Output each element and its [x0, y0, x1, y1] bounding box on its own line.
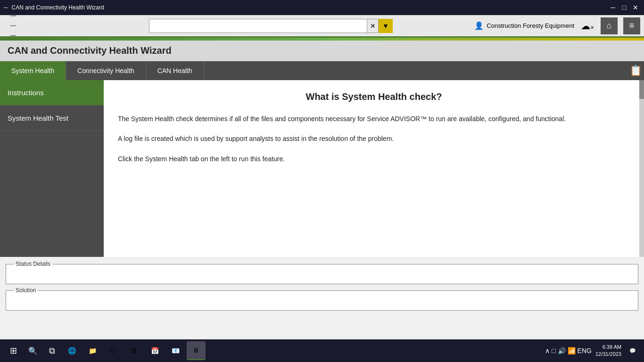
app-icon: ─: [4, 4, 8, 11]
task-view-icon: ⧉: [49, 346, 55, 356]
user-info: 👤 Construction Foresty Equipment: [474, 21, 574, 30]
toolbar-right: 👤 Construction Foresty Equipment ☁✕ ⌂ ≡: [396, 17, 640, 34]
content-para-2: A log file is created which is used by s…: [118, 133, 630, 144]
status-details-label: Status Details: [14, 261, 52, 267]
system-tray-icons: ∧ □ 🔊 📶 ENG: [545, 347, 592, 354]
tab-system-health[interactable]: System Health: [0, 61, 66, 80]
taskbar-time[interactable]: 6:38 AM 12/31/2023: [595, 344, 621, 358]
home-button[interactable]: ⌂: [601, 17, 618, 34]
tab-connectivity-health[interactable]: Connectivity Health: [66, 61, 146, 80]
cloud-button[interactable]: ☁✕: [580, 18, 595, 33]
taskbar-search-icon: 🔍: [28, 346, 38, 355]
page-title: CAN and Connectivity Health Wizard: [0, 41, 644, 61]
menu-button[interactable]: ≡: [623, 17, 640, 34]
sidebar-item-system-health-test[interactable]: System Health Test: [0, 106, 104, 131]
taskbar-app-edge[interactable]: 🌐: [62, 341, 81, 360]
user-label: Construction Foresty Equipment: [487, 22, 574, 29]
title-bar-left: ─ CAN and Connectivity Health Wizard: [4, 4, 104, 11]
taskbar-right: ∧ □ 🔊 📶 ENG 6:38 AM 12/31/2023 💬: [545, 343, 640, 358]
mail-icon: 📧: [172, 347, 180, 354]
search-input[interactable]: [149, 19, 367, 33]
edge-icon: 🌐: [68, 347, 76, 354]
explorer-icon: 📁: [89, 347, 97, 354]
notification-icon: 💬: [629, 348, 636, 354]
title-bar-title: CAN and Connectivity Health Wizard: [12, 4, 104, 11]
tab-document-icon: 📋: [627, 62, 644, 79]
solution-label: Solution: [14, 287, 38, 294]
shield-icon: 🛡: [110, 347, 116, 354]
task-view-button[interactable]: ⧉: [43, 342, 60, 359]
search-clear-button[interactable]: ✕: [367, 19, 379, 33]
toolbar-left: ───: [4, 11, 23, 41]
taskbar-date: 12/31/2023: [595, 351, 621, 358]
tray-wifi-icon[interactable]: 📶: [568, 347, 576, 354]
search-dropdown-button[interactable]: ▼: [379, 19, 393, 33]
tray-chevron-icon[interactable]: ∧: [545, 347, 550, 354]
tray-network-icon[interactable]: □: [552, 347, 555, 354]
status-area: Status Details Solution: [0, 257, 644, 314]
page-title-text: CAN and Connectivity Health Wizard: [8, 45, 172, 56]
scrollbar-thumb[interactable]: [639, 80, 644, 99]
taskbar: ⊞ 🔍 ⧉ 🌐 📁 🛡 ⚙ 📅 📧 🖥 ∧ □ 🔊 📶 ENG 6:38 A: [0, 339, 644, 362]
settings-icon: ⚙: [131, 347, 137, 354]
taskbar-app-mail[interactable]: 📧: [166, 341, 185, 360]
tray-lang-label[interactable]: ENG: [578, 347, 592, 354]
content-para-1: The System Health check determines if al…: [118, 114, 630, 124]
cloud-icon: ☁✕: [581, 20, 594, 32]
taskbar-app-calendar[interactable]: 📅: [145, 341, 164, 360]
notification-button[interactable]: 💬: [625, 343, 640, 358]
dropdown-icon: ▼: [382, 22, 389, 30]
minimize-button[interactable]: ─: [608, 3, 618, 12]
toolbar: ─── ✕ ▼ 👤 Construction Foresty Equipment…: [0, 15, 644, 38]
menu-icon: ≡: [629, 21, 635, 31]
taskbar-app-window[interactable]: 🖥: [187, 341, 206, 360]
hamburger-icon: ───: [10, 11, 17, 41]
sidebar-instructions-label: Instructions: [8, 89, 44, 97]
main-area: Instructions System Health Test What is …: [0, 80, 644, 257]
content-title: What is System Health check?: [118, 91, 630, 102]
tab-connectivity-health-label: Connectivity Health: [77, 67, 134, 74]
solution-fieldset: Solution: [6, 287, 638, 311]
search-container: ✕ ▼: [149, 19, 393, 33]
close-button[interactable]: ✕: [631, 3, 640, 12]
maximize-button[interactable]: □: [619, 3, 629, 12]
title-bar: ─ CAN and Connectivity Health Wizard ─ □…: [0, 0, 644, 15]
taskbar-app-settings[interactable]: ⚙: [124, 341, 143, 360]
start-icon: ⊞: [10, 346, 17, 356]
taskbar-search-button[interactable]: 🔍: [25, 342, 41, 359]
content-para-3: Click the System Health tab on the left …: [118, 154, 630, 164]
tab-can-health[interactable]: CAN Health: [146, 61, 204, 80]
status-details-fieldset: Status Details: [6, 261, 638, 284]
sidebar: Instructions System Health Test: [0, 80, 104, 257]
start-button[interactable]: ⊞: [4, 341, 23, 360]
tab-can-health-label: CAN Health: [157, 67, 192, 74]
user-icon: 👤: [474, 21, 484, 30]
title-bar-controls: ─ □ ✕: [608, 3, 640, 12]
scrollbar[interactable]: [639, 80, 644, 257]
home-icon: ⌂: [607, 21, 612, 31]
tray-volume-icon[interactable]: 🔊: [558, 347, 566, 354]
tab-navigation: System Health Connectivity Health CAN He…: [0, 61, 644, 80]
taskbar-clock: 6:38 AM: [595, 344, 621, 351]
tab-system-health-label: System Health: [11, 67, 54, 74]
taskbar-app-shield[interactable]: 🛡: [104, 341, 123, 360]
sidebar-system-health-test-label: System Health Test: [8, 114, 68, 122]
content-area: What is System Health check? The System …: [104, 80, 644, 257]
taskbar-app-explorer[interactable]: 📁: [83, 341, 102, 360]
sidebar-item-instructions[interactable]: Instructions: [0, 80, 104, 106]
calendar-icon: 📅: [151, 347, 159, 354]
window-icon: 🖥: [193, 346, 199, 354]
clear-icon: ✕: [370, 22, 376, 30]
